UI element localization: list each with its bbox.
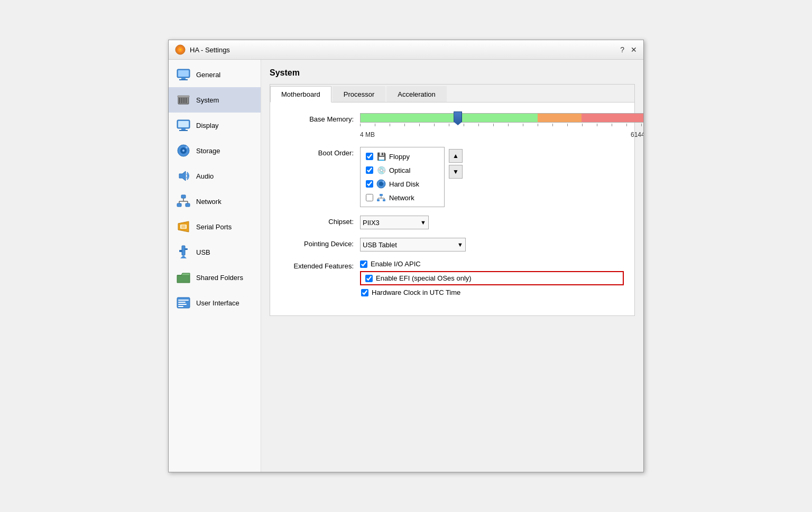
title-bar-controls: ? ✕ <box>620 45 637 54</box>
sidebar-item-shared-folders[interactable]: Shared Folders <box>169 265 261 290</box>
svg-rect-47 <box>377 199 380 201</box>
tab-motherboard[interactable]: Motherboard <box>270 86 331 103</box>
chipset-value: PIIX3 <box>363 219 380 227</box>
chipset-label: Chipset: <box>281 216 360 226</box>
network-icon <box>176 194 191 209</box>
utc-label: Hardware Clock in UTC Time <box>372 288 460 296</box>
svg-rect-8 <box>179 98 180 103</box>
svg-rect-24 <box>186 203 190 207</box>
usb-icon <box>176 245 191 259</box>
svg-point-2 <box>179 49 181 51</box>
sidebar-display-label: Display <box>196 122 219 129</box>
sidebar-item-usb[interactable]: USB <box>169 239 261 265</box>
svg-rect-37 <box>184 248 188 250</box>
boot-up-button[interactable]: ▲ <box>449 149 463 163</box>
efi-highlight-box: Enable EFI (special OSes only) <box>360 271 624 285</box>
pointing-device-label: Pointing Device: <box>281 238 360 248</box>
sidebar-network-label: Network <box>196 198 222 206</box>
svg-point-44 <box>379 182 383 186</box>
chipset-select[interactable]: PIIX3 ▼ <box>360 216 429 229</box>
title-bar: HA - Settings ? ✕ <box>169 40 643 60</box>
svg-marker-35 <box>180 255 187 258</box>
svg-rect-36 <box>179 250 182 252</box>
close-button[interactable]: ✕ <box>631 45 637 54</box>
boot-item-optical: 💿 Optical <box>363 163 442 177</box>
boot-order-container: 💾 Floppy 💿 Optical <box>360 147 624 207</box>
ioapic-label: Enable I/O APIC <box>371 260 421 268</box>
svg-rect-42 <box>178 306 183 307</box>
memory-slider-container: ▲ ▼ 4 MB 6144 MB <box>360 113 643 138</box>
sidebar-usb-label: USB <box>196 248 210 256</box>
ioapic-row: Enable I/O APIC <box>360 260 624 268</box>
memory-max: 6144 MB <box>631 131 643 138</box>
sidebar-item-storage[interactable]: Storage <box>169 138 261 163</box>
boot-order-control: 💾 Floppy 💿 Optical <box>360 147 624 207</box>
help-button[interactable]: ? <box>620 45 624 54</box>
svg-rect-9 <box>181 98 182 103</box>
boot-label-network: Network <box>389 194 414 202</box>
sidebar-item-network[interactable]: Network <box>169 189 261 214</box>
utc-checkbox[interactable] <box>361 289 368 296</box>
sidebar-item-system[interactable]: System <box>169 87 261 113</box>
boot-order-row: Boot Order: 💾 Floppy <box>281 147 624 207</box>
svg-point-19 <box>182 150 184 152</box>
sidebar-item-display[interactable]: Display <box>169 113 261 138</box>
pointing-device-select[interactable]: USB Tablet ▼ <box>360 238 466 252</box>
chipset-control: PIIX3 ▼ <box>360 216 624 229</box>
efi-checkbox[interactable] <box>365 275 373 282</box>
window-title: HA - Settings <box>190 46 230 54</box>
app-icon <box>175 44 186 55</box>
base-memory-row: Base Memory: <box>281 113 624 138</box>
boot-label-harddisk: Hard Disk <box>389 180 419 188</box>
display-icon <box>176 118 191 133</box>
system-icon <box>176 92 191 107</box>
sidebar-item-audio[interactable]: Audio <box>169 163 261 189</box>
system-settings-box: Motherboard Processor Acceleration Base … <box>270 84 635 316</box>
efi-label: Enable EFI (special OSes only) <box>376 274 472 282</box>
floppy-icon: 💾 <box>376 152 386 161</box>
optical-icon: 💿 <box>376 165 386 175</box>
sidebar-item-serial-ports[interactable]: Serial Ports <box>169 214 261 239</box>
extended-features-row: Extended Features: Enable I/O APIC Enabl… <box>281 260 624 296</box>
content-area: System Motherboard Processor Acceleratio… <box>261 60 643 472</box>
boot-item-floppy: 💾 Floppy <box>363 150 442 163</box>
general-icon <box>176 67 191 82</box>
sidebar-item-general[interactable]: General <box>169 62 261 87</box>
sidebar-audio-label: Audio <box>196 172 214 180</box>
memory-slider-track <box>360 113 643 123</box>
shared-folders-icon <box>176 270 191 285</box>
storage-icon <box>176 143 191 158</box>
boot-checkbox-floppy[interactable] <box>366 153 373 160</box>
svg-rect-15 <box>181 128 186 130</box>
network-boot-icon <box>376 193 386 202</box>
boot-checkbox-network[interactable] <box>366 194 373 201</box>
svg-rect-22 <box>181 195 186 198</box>
harddisk-icon <box>376 179 386 189</box>
boot-checkbox-optical[interactable] <box>366 166 373 174</box>
svg-rect-16 <box>179 130 188 131</box>
sidebar-serial-label: Serial Ports <box>196 223 232 231</box>
extended-features-control: Enable I/O APIC Enable EFI (special OSes… <box>360 260 624 296</box>
pointing-device-control: USB Tablet ▼ <box>360 238 624 252</box>
extended-features-label: Extended Features: <box>281 260 360 270</box>
memory-min: 4 MB <box>360 131 375 138</box>
tab-acceleration[interactable]: Acceleration <box>386 86 447 102</box>
svg-rect-14 <box>178 121 189 127</box>
serial-ports-icon <box>176 219 191 234</box>
boot-checkbox-harddisk[interactable] <box>366 180 373 188</box>
sidebar-item-user-interface[interactable]: User Interface <box>169 290 261 315</box>
sidebar-general-label: General <box>196 71 220 79</box>
boot-arrows: ▲ ▼ <box>449 147 463 207</box>
sidebar-system-label: System <box>196 96 219 104</box>
svg-rect-40 <box>178 302 186 303</box>
boot-label-optical: Optical <box>389 166 410 174</box>
extended-features-container: Enable I/O APIC Enable EFI (special OSes… <box>360 260 624 296</box>
base-memory-control: ▲ ▼ 4 MB 6144 MB <box>360 113 643 138</box>
svg-rect-10 <box>183 98 184 103</box>
boot-item-harddisk: Hard Disk <box>363 177 442 191</box>
svg-rect-5 <box>181 78 186 79</box>
svg-rect-11 <box>186 98 187 103</box>
ioapic-checkbox[interactable] <box>360 260 367 268</box>
boot-down-button[interactable]: ▼ <box>449 165 463 179</box>
tab-processor[interactable]: Processor <box>333 86 386 102</box>
